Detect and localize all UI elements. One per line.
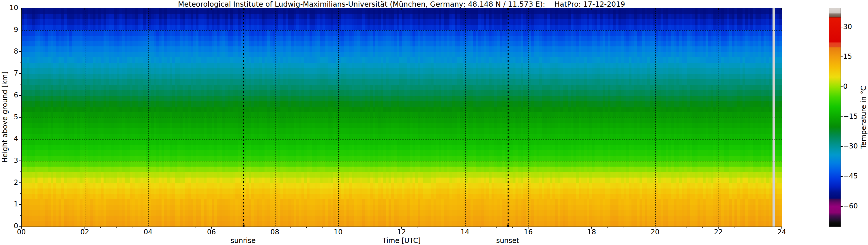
y-tick-label: 0	[4, 222, 18, 230]
y-tick-label: 10	[4, 4, 18, 12]
y-tick-mark	[19, 8, 21, 8]
x-tick-mark-top	[148, 8, 148, 10]
x-tick-label: 04	[135, 228, 161, 236]
temperature-heatmap-canvas	[22, 8, 782, 226]
x-minor-tick-mark	[322, 226, 322, 228]
y-tick-label: 3	[4, 156, 18, 165]
y-tick-label: 6	[4, 91, 18, 99]
x-tick-mark-top	[401, 8, 402, 10]
x-minor-tick-mark	[290, 226, 291, 228]
y-tick-label: 7	[4, 69, 18, 77]
x-tick-mark-top	[591, 8, 592, 10]
x-tick-mark-top	[275, 8, 275, 10]
x-tick-mark	[591, 226, 592, 229]
x-tick-label: 02	[72, 228, 98, 236]
x-tick-mark-top	[211, 8, 212, 10]
y-tick-mark	[19, 117, 21, 117]
x-minor-tick-mark	[639, 226, 639, 228]
x-minor-tick-mark	[560, 226, 560, 228]
x-minor-tick-mark	[132, 226, 132, 228]
x-tick-mark	[211, 226, 212, 229]
y-tick-mark	[19, 204, 21, 205]
x-minor-tick-mark	[53, 226, 53, 228]
x-minor-tick-mark	[750, 226, 750, 228]
x-tick-label: 10	[325, 228, 351, 236]
colorbar-tick-mark	[841, 86, 843, 87]
x-minor-tick-mark	[607, 226, 608, 228]
x-tick-label: 12	[389, 228, 414, 236]
y-minor-tick-mark	[20, 215, 21, 216]
y-tick-mark	[19, 73, 21, 74]
colorbar-tick-label: −30	[843, 142, 858, 150]
y-tick-label: 2	[4, 178, 18, 186]
y-tick-mark	[19, 226, 21, 226]
colorbar-tick-mark	[841, 27, 843, 27]
x-tick-mark-top	[718, 8, 719, 10]
y-minor-tick-mark	[20, 63, 21, 63]
x-tick-mark	[401, 226, 402, 229]
y-tick-mark	[19, 139, 21, 139]
colorbar-tick-mark	[841, 146, 843, 147]
x-minor-tick-mark	[195, 226, 196, 228]
x-tick-label: 24	[769, 228, 795, 236]
colorbar-tick-label: 0	[843, 82, 847, 91]
colorbar-tick-label: 15	[843, 53, 852, 61]
x-tick-label: 14	[452, 228, 478, 236]
y-tick-mark	[19, 161, 21, 161]
x-minor-tick-mark	[354, 226, 354, 228]
x-tick-mark	[718, 226, 719, 229]
x-tick-mark	[21, 226, 22, 229]
x-tick-mark	[275, 226, 275, 229]
colorbar-tick-mark	[841, 57, 843, 57]
colorbar-tick-label: −60	[843, 202, 858, 210]
x-tick-label: 20	[642, 228, 668, 236]
chart-title: Meteorological Institute of Ludwig-Maxim…	[21, 0, 782, 8]
y-tick-label: 1	[4, 200, 18, 208]
x-minor-tick-mark	[306, 226, 307, 228]
colorbar-tick-mark	[841, 206, 843, 207]
x-tick-label: 18	[579, 228, 604, 236]
x-minor-tick-mark	[164, 226, 164, 228]
y-tick-label: 4	[4, 135, 18, 143]
x-tick-mark-top	[465, 8, 465, 10]
x-tick-mark-top	[338, 8, 338, 10]
x-minor-tick-mark	[259, 226, 259, 228]
x-tick-label: 08	[262, 228, 288, 236]
y-tick-mark	[19, 30, 21, 30]
x-minor-tick-mark	[766, 226, 766, 228]
colorbar	[829, 8, 841, 227]
x-tick-mark	[528, 226, 528, 229]
x-tick-mark-top	[85, 8, 85, 10]
x-tick-mark-top	[781, 8, 782, 10]
y-tick-label: 9	[4, 26, 18, 34]
y-minor-tick-mark	[20, 19, 21, 19]
colorbar-label: Temperature in °C	[860, 86, 868, 149]
x-tick-mark	[338, 226, 338, 229]
x-minor-tick-mark	[100, 226, 101, 228]
colorbar-tick-mark	[841, 116, 843, 117]
x-minor-tick-mark	[243, 226, 243, 228]
x-tick-mark-top	[655, 8, 655, 10]
x-tick-mark-top	[528, 8, 528, 10]
y-tick-mark	[19, 51, 21, 52]
y-minor-tick-mark	[20, 150, 21, 150]
y-minor-tick-mark	[20, 194, 21, 194]
x-tick-mark	[465, 226, 465, 229]
x-minor-tick-mark	[512, 226, 513, 228]
x-minor-tick-mark	[734, 226, 735, 228]
x-tick-label: 22	[705, 228, 731, 236]
x-minor-tick-mark	[496, 226, 497, 228]
y-tick-label: 5	[4, 113, 18, 121]
x-minor-tick-mark	[480, 226, 481, 228]
y-minor-tick-mark	[20, 106, 21, 106]
y-tick-mark	[19, 95, 21, 96]
x-minor-tick-mark	[433, 226, 433, 228]
x-minor-tick-mark	[671, 226, 671, 228]
x-minor-tick-mark	[576, 226, 576, 228]
heatmap-plot-area	[21, 8, 782, 227]
x-tick-label: 06	[198, 228, 224, 236]
x-tick-mark	[148, 226, 148, 229]
y-tick-label: 8	[4, 47, 18, 55]
colorbar-tick-label: 30	[843, 23, 852, 31]
x-minor-tick-mark	[417, 226, 417, 228]
